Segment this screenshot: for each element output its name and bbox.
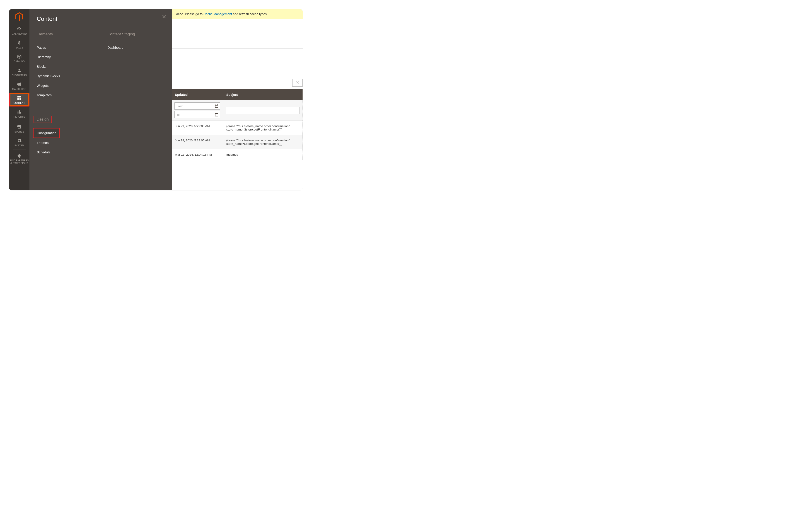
date-to-input[interactable]	[177, 113, 214, 117]
flyout-link-themes[interactable]: Themes	[37, 138, 94, 148]
nav-reports[interactable]: REPORTS	[9, 106, 29, 120]
grid-table: Updated Subject	[172, 89, 303, 160]
flyout-link-pages[interactable]: Pages	[37, 43, 94, 52]
nav-partners[interactable]: FIND PARTNERS & EXTENSIONS	[9, 150, 29, 167]
filter-updated-from[interactable]	[175, 102, 220, 110]
cell-subject: fdgdfgdg	[223, 149, 303, 160]
cell-subject: {{trans "Your %store_name order confirma…	[223, 121, 303, 135]
col-subject[interactable]: Subject	[223, 89, 303, 100]
flyout-link-widgets[interactable]: Widgets	[37, 81, 94, 90]
nav-label: SYSTEM	[9, 144, 29, 147]
nav-label: DASHBOARD	[9, 33, 29, 35]
calendar-icon[interactable]	[214, 104, 219, 108]
filter-updated-to[interactable]	[175, 111, 220, 118]
staging-heading: Content Staging	[107, 32, 135, 36]
design-heading: Design	[33, 116, 52, 123]
flyout-link-dynamic-blocks[interactable]: Dynamic Blocks	[37, 71, 94, 81]
flyout-title: Content	[37, 15, 165, 22]
nav-catalog[interactable]: CATALOG	[9, 51, 29, 65]
flyout-link-blocks[interactable]: Blocks	[37, 62, 94, 71]
pager	[172, 76, 303, 89]
nav-label: CATALOG	[9, 60, 29, 63]
nav-label: CONTENT	[10, 102, 29, 104]
nav-label: REPORTS	[9, 116, 29, 118]
main-content: ache. Please go to Cache Management and …	[172, 9, 303, 160]
nav-stores[interactable]: STORES	[9, 121, 29, 135]
cell-subject: {{trans "Your %store_name order confirma…	[223, 135, 303, 149]
gear-icon	[9, 138, 29, 144]
box-icon	[9, 54, 29, 59]
store-icon	[9, 124, 29, 130]
nav-label: MARKETING	[9, 88, 29, 90]
gauge-icon	[9, 26, 29, 32]
table-row[interactable]: Jun 29, 2020, 5:29:05 AM {{trans "Your %…	[172, 135, 303, 149]
dollar-icon	[9, 40, 29, 46]
flyout-link-configuration[interactable]: Configuration	[33, 128, 60, 138]
content-flyout: Content ✕ Elements Pages Hierarchy Block…	[29, 9, 172, 190]
nav-label: CUSTOMERS	[9, 74, 29, 77]
layout-icon	[10, 95, 29, 101]
admin-sidebar: DASHBOARD SALES CATALOG CUSTOMERS MARKET…	[9, 9, 29, 190]
cell-updated: Jun 29, 2020, 5:29:05 AM	[172, 121, 223, 135]
cache-management-link[interactable]: Cache Management	[204, 12, 232, 16]
chart-icon	[9, 109, 29, 115]
nav-label: FIND PARTNERS & EXTENSIONS	[9, 159, 29, 165]
person-icon	[9, 68, 29, 73]
nav-label: SALES	[9, 46, 29, 49]
notice-text: ache. Please go to	[176, 12, 204, 16]
nav-system[interactable]: SYSTEM	[9, 135, 29, 149]
nav-content[interactable]: CONTENT	[9, 93, 29, 106]
flyout-link-schedule[interactable]: Schedule	[37, 148, 94, 157]
table-row[interactable]: Mar 13, 2024, 12:04:15 PM fdgdfgdg	[172, 149, 303, 160]
divider	[13, 121, 26, 121]
cell-updated: Jun 29, 2020, 5:29:05 AM	[172, 135, 223, 149]
puzzle-icon	[9, 153, 29, 159]
table-row[interactable]: Jun 29, 2020, 5:29:05 AM {{trans "Your %…	[172, 121, 303, 135]
close-icon[interactable]: ✕	[162, 14, 166, 20]
flyout-link-templates[interactable]: Templates	[37, 90, 94, 100]
megaphone-icon	[9, 81, 29, 87]
magento-logo[interactable]	[15, 9, 23, 24]
date-from-input[interactable]	[177, 104, 214, 108]
cache-notice: ache. Please go to Cache Management and …	[172, 9, 303, 19]
nav-sales[interactable]: SALES	[9, 38, 29, 51]
nav-customers[interactable]: CUSTOMERS	[9, 65, 29, 79]
nav-label: STORES	[9, 131, 29, 133]
notice-text: and refresh cache types.	[232, 12, 268, 16]
filter-subject-input[interactable]	[226, 107, 300, 114]
elements-heading: Elements	[37, 32, 53, 36]
nav-marketing[interactable]: MARKETING	[9, 79, 29, 93]
cell-updated: Mar 13, 2024, 12:04:15 PM	[172, 149, 223, 160]
page-size-input[interactable]	[292, 79, 303, 87]
col-updated[interactable]: Updated	[172, 89, 223, 100]
nav-dashboard[interactable]: DASHBOARD	[9, 24, 29, 38]
flyout-link-hierarchy[interactable]: Hierarchy	[37, 52, 94, 62]
calendar-icon[interactable]	[214, 112, 219, 117]
flyout-link-staging-dashboard[interactable]: Dashboard	[107, 43, 165, 52]
